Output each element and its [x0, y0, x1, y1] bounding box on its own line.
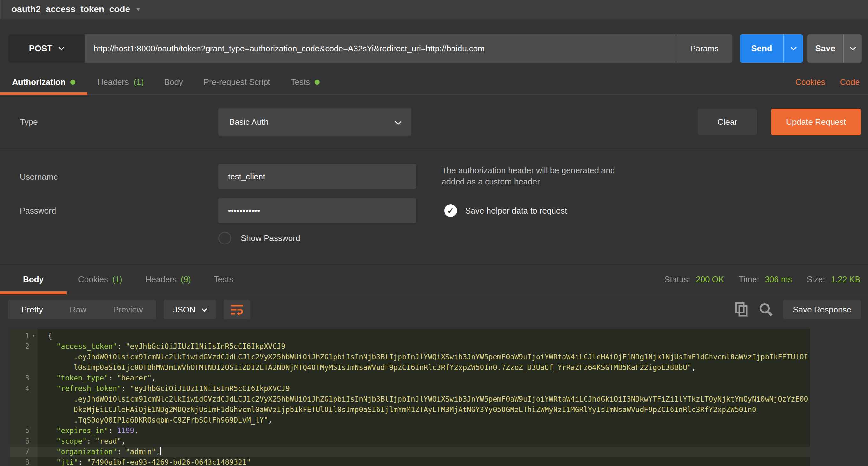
fold-caret-icon[interactable]: ▾ [29, 331, 38, 341]
code-line: "jti": "7490a1bf-ea93-4269-bd26-0643c148… [38, 457, 251, 466]
password-row: Password ••••••••••• ✓ Save helper data … [0, 198, 868, 224]
request-tab-title: oauth2_access_token_code [11, 4, 130, 14]
code-line: .eyJhdWQiOlsicm91cmNlc2lkIiwidGVzdCJdLCJ… [38, 394, 808, 404]
url-input[interactable]: http://host1:8000/oauth/token?grant_type… [85, 34, 676, 63]
code-line: { [38, 331, 52, 341]
line-number: 7 [9, 446, 29, 457]
save-dropdown-button[interactable] [843, 34, 862, 63]
cookies-link[interactable]: Cookies [795, 77, 825, 87]
view-preview-button[interactable]: Preview [100, 300, 156, 320]
code-row: 7 "organization": "admin", [9, 446, 810, 457]
code-row: .eyJhdWQiOlsicm91cmNlc2lkIiwidGVzdCJdLCJ… [9, 394, 810, 404]
request-tabs: Authorization Headers (1) Body Pre-reque… [0, 69, 868, 95]
chevron-down-icon [850, 45, 856, 50]
chevron-down-icon [395, 118, 401, 124]
request-builder: POST http://host1:8000/oauth/token?grant… [0, 19, 868, 69]
fold-spacer [29, 383, 38, 394]
code-row: 3 "token_type": "bearer", [9, 373, 810, 383]
auth-helper-text: The authorization header will be generat… [442, 165, 615, 187]
language-select[interactable]: JSON [163, 300, 216, 320]
search-icon [758, 302, 774, 317]
tab-label: Body [23, 274, 44, 284]
method-select[interactable]: POST [8, 34, 85, 63]
tab-label: Tests [214, 274, 234, 284]
response-tab-tests[interactable]: Tests [203, 265, 245, 294]
line-number: 6 [9, 436, 29, 446]
view-raw-button[interactable]: Raw [57, 300, 100, 320]
request-tab-links: Cookies Code [795, 77, 860, 87]
auth-type-value: Basic Auth [229, 117, 269, 127]
language-value: JSON [173, 305, 195, 315]
update-request-button[interactable]: Update Request [771, 109, 861, 135]
code-row: l0sImp0aSI6Ijc0OTBhMWJmLWVhOTMtNDI2OS1iZ… [9, 362, 810, 373]
checkbox-checked-icon[interactable]: ✓ [444, 204, 457, 217]
password-input[interactable]: ••••••••••• [218, 198, 416, 223]
search-button[interactable] [758, 302, 774, 317]
chevron-down-icon [59, 45, 64, 50]
tab-pre-request-script[interactable]: Pre-request Script [193, 69, 281, 94]
line-number: 3 [9, 373, 29, 383]
show-password-label: Show Password [241, 233, 300, 243]
code-line: .eyJhdWQiOlsicm91cmNlc2lkIiwidGVzdCJdLCJ… [38, 352, 808, 362]
tab-body[interactable]: Body [154, 69, 193, 94]
line-number [9, 415, 29, 426]
save-response-button[interactable]: Save Response [783, 300, 861, 320]
tab-label: Headers [98, 77, 129, 87]
save-helper-label: Save helper data to request [465, 206, 567, 216]
chevron-down-icon [202, 307, 207, 312]
line-number [9, 394, 29, 404]
wrap-text-button[interactable] [223, 300, 250, 320]
tab-label: Authorization [12, 77, 66, 87]
response-tab-headers[interactable]: Headers (9) [134, 265, 203, 294]
copy-button[interactable] [735, 302, 749, 318]
username-input[interactable]: test_client [218, 164, 416, 189]
code-row: DkzMjEiLCJleHAiOjE1NDg2MDQzNjUsImF1dGhvc… [9, 404, 810, 415]
wrap-text-icon [230, 303, 244, 316]
code-line: "access_token": "eyJhbGciOiJIUzI1NiIsInR… [38, 341, 285, 352]
username-label: Username [20, 172, 218, 182]
line-number: 8 [9, 457, 29, 466]
tab-headers[interactable]: Headers (1) [87, 69, 154, 94]
code-row: .TqS0oyO0IP1a6DKROsqbm-C9ZFrbSGlFh969DLv… [9, 415, 810, 426]
fold-spacer [29, 426, 38, 436]
tab-label: Headers [146, 274, 177, 284]
code-row: 4 "refresh_token": "eyJhbGciOiJIUzI1NiIs… [9, 383, 810, 394]
code-line: "refresh_token": "eyJhbGciOiJIUzI1NiIsIn… [38, 383, 290, 394]
fold-spacer [29, 446, 38, 457]
save-button[interactable]: Save [807, 34, 843, 63]
save-helper-checkbox-group[interactable]: ✓ Save helper data to request [444, 204, 567, 217]
response-tab-cookies[interactable]: Cookies (1) [67, 265, 134, 294]
tab-caret-down-icon[interactable]: ▾ [136, 5, 140, 13]
response-tab-body[interactable]: Body [0, 265, 67, 294]
code-row: 5 "expires_in": 1199, [9, 426, 810, 436]
auth-type-select[interactable]: Basic Auth [218, 108, 411, 136]
params-button[interactable]: Params [676, 34, 733, 63]
response-body-code[interactable]: 1▾{2 "access_token": "eyJhbGciOiJIUzI1Ni… [9, 329, 810, 466]
code-line: DkzMjEiLCJleHAiOjE1NDg2MDQzNjUsImF1dGhvc… [38, 404, 756, 415]
text-cursor [160, 447, 161, 456]
send-dropdown-button[interactable] [783, 34, 803, 63]
line-number: 5 [9, 426, 29, 436]
request-tab[interactable]: oauth2_access_token_code ▾ [0, 0, 151, 19]
type-label: Type [20, 117, 218, 127]
tab-tests[interactable]: Tests [280, 69, 330, 94]
status-value: 200 OK [696, 274, 724, 284]
tab-authorization[interactable]: Authorization [0, 69, 87, 94]
line-number [9, 362, 29, 373]
response-actions: Save Response [735, 300, 861, 320]
view-pretty-button[interactable]: Pretty [8, 300, 57, 320]
show-password-toggle[interactable] [218, 232, 231, 244]
fold-spacer [29, 352, 38, 362]
helper-line: added as a custom header [442, 176, 615, 187]
response-meta: Status: 200 OK Time: 306 ms Size: 1.22 K… [664, 274, 860, 284]
fold-spacer [29, 341, 38, 352]
code-link[interactable]: Code [840, 77, 860, 87]
green-dot-icon [315, 80, 319, 85]
line-number: 2 [9, 341, 29, 352]
code-line: "scope": "read", [38, 436, 126, 446]
send-button[interactable]: Send [740, 34, 783, 63]
auth-actions: Clear Update Request [698, 109, 861, 135]
line-number: 1 [9, 331, 29, 341]
request-tab-bar: oauth2_access_token_code ▾ [0, 0, 868, 19]
clear-button[interactable]: Clear [698, 109, 757, 135]
